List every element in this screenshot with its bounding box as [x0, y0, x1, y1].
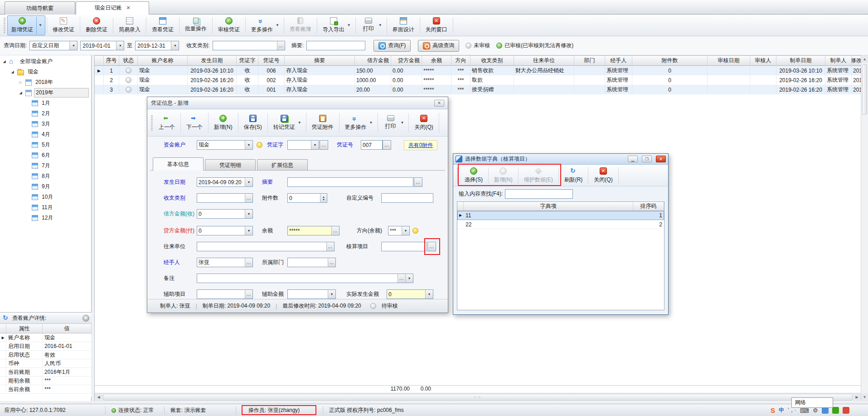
handler-input[interactable]: 张亚… [197, 258, 253, 267]
column-header[interactable]: 制单人 [825, 56, 852, 66]
voucher-no-input[interactable]: 007 [361, 140, 383, 150]
toolbox-icon[interactable] [832, 407, 839, 414]
chevron-down-icon[interactable]: ▼ [311, 141, 319, 149]
direction-select[interactable]: ***▼ [388, 226, 410, 235]
settings-icon[interactable]: ⚙ [813, 407, 818, 414]
main-close-window-button[interactable]: 关闭窗口 [422, 15, 451, 35]
credit-input[interactable]: 0▼ [197, 226, 253, 235]
tab-extended-info[interactable]: 扩展信息 [257, 159, 308, 171]
close-dialog-button[interactable]: ✕ [434, 100, 444, 107]
column-header[interactable]: 凭证字 [237, 56, 258, 66]
voucher-close-button[interactable]: 关闭(Q) [410, 111, 437, 135]
main-batch-ops-button[interactable]: 批量操作 [181, 15, 211, 35]
column-header[interactable]: 账户名称 [138, 56, 188, 66]
table-row[interactable]: 期初余额*** [0, 377, 92, 385]
main-audit-voucher-button[interactable]: 审核凭证 [214, 15, 244, 35]
chevron-down-icon[interactable]: ▼ [36, 17, 43, 34]
scrollbar-thumb[interactable]: ⁘⁘ [103, 394, 853, 401]
tree-item-month-8[interactable]: 8月 [0, 171, 91, 181]
ellipsis-button[interactable]: … [245, 194, 252, 202]
debit-input[interactable]: 0▼ [197, 209, 253, 219]
column-header[interactable]: 贷方金额 [391, 56, 422, 66]
voucher-add-button[interactable]: 新增(N) [210, 111, 237, 135]
tree-item-month-5[interactable]: 5月 [0, 140, 91, 150]
voucher-more-ops-button[interactable]: 更多操作▼ [341, 111, 376, 135]
advanced-search-button[interactable]: 高级查询 [418, 40, 459, 52]
column-header[interactable]: 余额 [422, 56, 451, 66]
voucher-next-button[interactable]: 下一个 [182, 111, 207, 135]
chevron-down-icon[interactable]: ▼ [245, 141, 252, 149]
custom-no-input[interactable] [381, 193, 433, 203]
search-button[interactable]: 查询(F) [373, 40, 411, 52]
ellipsis-button[interactable]: … [245, 258, 252, 267]
voucher-dialog-titlebar[interactable]: 凭证信息 - 新增 ✕ [147, 97, 448, 109]
sogou-icon[interactable]: S [771, 406, 775, 414]
column-header[interactable]: 序号 [104, 56, 119, 66]
tree-item-month-10[interactable]: 10月 [0, 192, 91, 202]
chevron-down-icon[interactable]: ▼ [69, 41, 77, 50]
tab-cash-journal[interactable]: 现金日记账 ✕ [76, 1, 149, 15]
dictionary-search-input[interactable] [505, 189, 573, 199]
column-header[interactable]: 凭证号 [258, 56, 285, 66]
expanded-icon[interactable]: ◢ [2, 59, 7, 64]
tab-voucher-detail[interactable]: 凭证明细 [205, 159, 256, 171]
aux-amount-input[interactable]: ▼ [287, 289, 336, 299]
accounting-item-input[interactable] [381, 242, 427, 251]
column-header[interactable]: 发生日期 [188, 56, 237, 66]
date-range-select[interactable]: 自定义日期▼ [29, 41, 78, 50]
column-header[interactable]: 方向 [451, 56, 470, 66]
dept-input[interactable]: … [287, 258, 336, 267]
expanded-icon[interactable]: ◢ [10, 70, 15, 74]
ellipsis-button[interactable]: … [383, 140, 391, 150]
ime-language-icon[interactable]: 中 [779, 406, 784, 414]
dict-select-button[interactable]: 选择(S) [461, 166, 487, 185]
ellipsis-button[interactable]: … [245, 290, 252, 299]
bulb-icon[interactable] [257, 142, 262, 148]
attach-count-stepper[interactable]: 0▲▼ [287, 193, 327, 203]
voucher-transfer-voucher-button[interactable]: 转记凭证▼ [269, 111, 305, 135]
chevron-down-icon[interactable]: ▼ [245, 210, 252, 218]
ellipsis-button[interactable]: … [320, 140, 328, 150]
main-ui-design-button[interactable]: 界面设计 [388, 15, 418, 35]
party-input[interactable]: … [197, 242, 335, 251]
table-row[interactable]: 启用状态有效 [0, 351, 92, 359]
column-header[interactable]: 审核人 [750, 56, 776, 66]
tab-basic-info[interactable]: 基本信息 [153, 157, 204, 171]
chevron-down-icon[interactable]: ▼ [297, 121, 302, 125]
chevron-down-icon[interactable]: ▼ [328, 290, 335, 299]
tree-item-all-accounts[interactable]: ◢ 全部现金账户 [0, 56, 91, 67]
summary-input[interactable] [306, 41, 365, 50]
table-row[interactable]: ▶1现金2019-03-26 10:10收006存入现金150.000.00**… [95, 66, 861, 75]
collapsed-icon[interactable]: ▷ [18, 80, 23, 84]
vertical-scrollbar[interactable]: ▲ ▼ [861, 55, 868, 401]
list-item[interactable]: ▶111 [457, 211, 664, 220]
scroll-right-icon[interactable]: ▶ [853, 393, 861, 401]
column-header[interactable]: 往来单位 [514, 56, 574, 66]
note-input[interactable]: …▼ [197, 274, 413, 283]
bulb-icon[interactable] [412, 228, 418, 234]
refresh-icon[interactable] [2, 314, 10, 322]
mic-icon[interactable] [822, 407, 829, 414]
ellipsis-button[interactable]: … [398, 274, 405, 283]
table-row[interactable]: ▶账户名称现金 [0, 333, 92, 342]
maximize-button[interactable]: ❐ [642, 156, 652, 162]
column-header[interactable]: 经手人 [605, 56, 632, 66]
minimize-button[interactable]: ▁ [628, 156, 638, 162]
column-header[interactable]: 制单日期 [776, 56, 825, 66]
tree-item-cash[interactable]: ◢ 现金 [0, 67, 91, 77]
dictionary-dialog-titlebar[interactable]: 选择数据字典（核算项目） ▁ ❐ ✕ [453, 154, 668, 165]
ellipsis-button[interactable]: … [328, 258, 335, 267]
tree-item-month-6[interactable]: 6月 [0, 150, 91, 161]
chevron-down-icon[interactable]: ▼ [275, 23, 280, 27]
tree-item-month-11[interactable]: 11月 [0, 202, 91, 213]
tree-item-month-4[interactable]: 4月 [0, 129, 91, 140]
column-header[interactable]: 摘要 [285, 56, 355, 66]
chevron-down-icon[interactable]: ▼ [425, 290, 433, 299]
column-header[interactable]: 状态 [119, 56, 138, 66]
main-print-button[interactable]: 打印▼ [357, 15, 385, 35]
column-header[interactable]: 最后修改时间 [852, 56, 861, 66]
voucher-save-button[interactable]: 保存(S) [240, 111, 266, 135]
date-picker[interactable]: 2019-04-09 09:20▼ [197, 177, 253, 187]
chevron-down-icon[interactable]: ▼ [405, 274, 413, 283]
dict-close-button[interactable]: 关闭(Q) [590, 166, 616, 185]
